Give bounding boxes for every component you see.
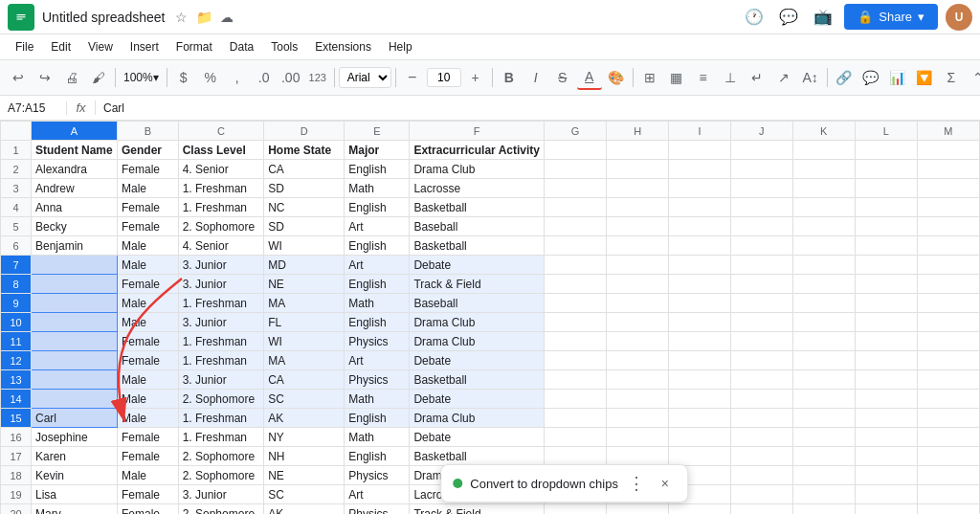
- empty-cell[interactable]: [855, 351, 917, 370]
- table-cell[interactable]: [32, 351, 118, 370]
- empty-cell[interactable]: [730, 447, 792, 466]
- col-header-l[interactable]: L: [855, 122, 917, 141]
- table-row[interactable]: 3AndrewMale1. FreshmanSDMathLacrosse: [1, 179, 980, 198]
- col-header-k[interactable]: K: [792, 122, 855, 141]
- table-row[interactable]: 20MaryFemale2. SophomoreAKPhysicsTrack &…: [1, 504, 980, 515]
- empty-cell[interactable]: [730, 217, 792, 236]
- highlight-color-button[interactable]: 🎨: [604, 65, 629, 90]
- empty-cell[interactable]: [917, 275, 979, 294]
- table-cell[interactable]: 1. Freshman: [178, 294, 263, 313]
- table-cell[interactable]: Debate: [410, 428, 545, 447]
- table-cell[interactable]: Male: [117, 256, 178, 275]
- table-cell[interactable]: WI: [264, 236, 345, 256]
- table-cell[interactable]: MA: [264, 294, 345, 313]
- empty-cell[interactable]: [855, 275, 917, 294]
- table-row[interactable]: 13Male3. JuniorCAPhysicsBasketball: [1, 370, 980, 390]
- currency-button[interactable]: $: [171, 65, 196, 90]
- empty-cell[interactable]: [607, 141, 669, 160]
- table-cell[interactable]: Drama Club: [410, 313, 545, 332]
- undo-button[interactable]: ↩: [6, 65, 31, 90]
- empty-cell[interactable]: [855, 313, 917, 332]
- history-icon[interactable]: 🕐: [741, 4, 768, 31]
- table-cell[interactable]: Male: [117, 370, 178, 390]
- empty-cell[interactable]: [607, 504, 669, 515]
- table-cell[interactable]: 3. Junior: [178, 370, 263, 390]
- empty-cell[interactable]: [607, 217, 669, 236]
- menu-view[interactable]: View: [80, 38, 121, 56]
- star-icon[interactable]: ☆: [172, 9, 189, 26]
- empty-cell[interactable]: [730, 485, 792, 504]
- table-cell[interactable]: Male: [117, 236, 178, 256]
- toast-label[interactable]: Convert to dropdown chips: [470, 477, 618, 491]
- empty-cell[interactable]: [855, 179, 917, 198]
- empty-cell[interactable]: [669, 447, 731, 466]
- table-cell[interactable]: WI: [264, 332, 345, 351]
- table-cell[interactable]: Basketball: [410, 236, 545, 256]
- empty-cell[interactable]: [607, 236, 669, 256]
- col-header-d[interactable]: D: [264, 122, 345, 141]
- table-cell[interactable]: SC: [264, 485, 345, 504]
- formula-input[interactable]: Carl: [96, 101, 980, 115]
- empty-cell[interactable]: [669, 313, 731, 332]
- table-cell[interactable]: Track & Field: [410, 275, 545, 294]
- empty-cell[interactable]: [917, 409, 979, 428]
- table-row[interactable]: 4AnnaFemale1. FreshmanNCEnglishBasketbal…: [1, 198, 980, 217]
- empty-cell[interactable]: [545, 332, 607, 351]
- table-cell[interactable]: Baseball: [410, 217, 545, 236]
- empty-cell[interactable]: [917, 485, 979, 504]
- table-cell[interactable]: [32, 294, 118, 313]
- present-icon[interactable]: 📺: [810, 4, 836, 31]
- table-cell[interactable]: Female: [117, 198, 178, 217]
- empty-cell[interactable]: [607, 275, 669, 294]
- table-cell[interactable]: Female: [117, 447, 178, 466]
- table-cell[interactable]: MD: [264, 256, 345, 275]
- empty-cell[interactable]: [669, 217, 731, 236]
- empty-cell[interactable]: [917, 198, 979, 217]
- empty-cell[interactable]: [730, 256, 792, 275]
- table-cell[interactable]: Class Level: [178, 141, 263, 160]
- decimal-inc-button[interactable]: .00: [278, 65, 303, 90]
- table-cell[interactable]: Student Name: [32, 141, 118, 160]
- table-row[interactable]: 5BeckyFemale2. SophomoreSDArtBaseball: [1, 217, 980, 236]
- table-row[interactable]: 2AlexandraFemale4. SeniorCAEnglishDrama …: [1, 160, 980, 179]
- empty-cell[interactable]: [730, 236, 792, 256]
- empty-cell[interactable]: [917, 351, 979, 370]
- empty-cell[interactable]: [917, 236, 979, 256]
- table-cell[interactable]: NC: [264, 198, 345, 217]
- col-header-f[interactable]: F: [410, 122, 545, 141]
- table-cell[interactable]: English: [345, 409, 410, 428]
- percent-button[interactable]: %: [198, 65, 223, 90]
- cloud-icon[interactable]: ☁: [218, 9, 235, 26]
- table-cell[interactable]: NE: [264, 466, 345, 485]
- table-cell[interactable]: 2. Sophomore: [178, 447, 263, 466]
- comment-icon[interactable]: 💬: [775, 4, 802, 31]
- table-cell[interactable]: English: [345, 198, 410, 217]
- empty-cell[interactable]: [792, 351, 855, 370]
- empty-cell[interactable]: [545, 160, 607, 179]
- empty-cell[interactable]: [545, 275, 607, 294]
- empty-cell[interactable]: [730, 466, 792, 485]
- table-cell[interactable]: Male: [117, 466, 178, 485]
- table-cell[interactable]: Debate: [410, 256, 545, 275]
- empty-cell[interactable]: [855, 217, 917, 236]
- table-cell[interactable]: English: [345, 313, 410, 332]
- table-cell[interactable]: Major: [345, 141, 410, 160]
- empty-cell[interactable]: [792, 275, 855, 294]
- empty-cell[interactable]: [730, 390, 792, 409]
- cell-reference[interactable]: A7:A15: [0, 101, 67, 115]
- font-size-increase[interactable]: +: [463, 65, 488, 90]
- table-cell[interactable]: 2. Sophomore: [178, 217, 263, 236]
- table-cell[interactable]: Physics: [345, 466, 410, 485]
- empty-cell[interactable]: [792, 370, 855, 390]
- table-cell[interactable]: [32, 256, 118, 275]
- empty-cell[interactable]: [855, 504, 917, 515]
- table-cell[interactable]: Baseball: [410, 294, 545, 313]
- table-cell[interactable]: Female: [117, 217, 178, 236]
- empty-cell[interactable]: [792, 141, 855, 160]
- table-cell[interactable]: 3. Junior: [178, 256, 263, 275]
- menu-help[interactable]: Help: [381, 38, 420, 56]
- empty-cell[interactable]: [792, 466, 855, 485]
- table-cell[interactable]: 1. Freshman: [178, 409, 263, 428]
- table-cell[interactable]: [32, 390, 118, 409]
- empty-cell[interactable]: [669, 390, 731, 409]
